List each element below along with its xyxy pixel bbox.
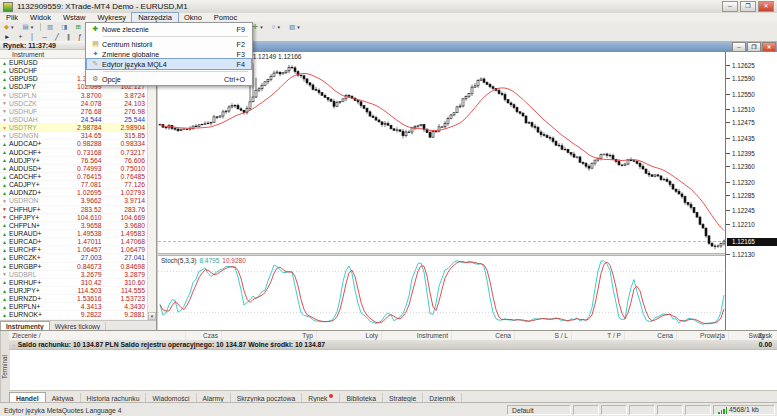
ask-value: 1.47068: [105, 238, 148, 245]
profile-selector[interactable]: Default: [507, 405, 571, 415]
bid-value: 314.65: [61, 132, 104, 139]
instrument-symbol: USDTRY: [9, 124, 61, 131]
periods-icon: ○: [272, 23, 276, 31]
instrument-row[interactable]: ▲EURHUF+310.42310.60: [0, 279, 148, 287]
trendline-icon[interactable]: ╱: [52, 32, 62, 42]
bid-value: 1.53616: [61, 295, 104, 302]
chart-restore-button[interactable]: ❐: [747, 42, 761, 52]
bid-value: 2.98784: [61, 124, 104, 131]
bid-value: 276.68: [61, 108, 104, 115]
instrument-row[interactable]: ▲AUDCAD+0.982880.98334: [0, 140, 148, 148]
instrument-row[interactable]: ▲EURGBP+0.846730.84698: [0, 263, 148, 271]
window-title: 1132909559: XTrade-MT4 Demo - EURUSD,M1: [17, 2, 188, 11]
instrument-row[interactable]: ▲EURNOK+9.28229.2881: [0, 311, 148, 319]
new-order-icon[interactable]: ◆▼: [1, 22, 17, 32]
menu-narzędzia[interactable]: Narzędzia: [132, 13, 178, 22]
templates-icon[interactable]: ▧▼: [286, 22, 304, 32]
price-tick: 1.12285: [732, 192, 755, 199]
trend-up-icon: ▲: [0, 164, 9, 172]
market-watch-scrollbar[interactable]: ▲ ▼: [147, 59, 156, 320]
fibonacci-icon[interactable]: ƒ: [75, 32, 85, 42]
instrument-row[interactable]: ▲EURAUD+1.495381.49583: [0, 230, 148, 238]
price-scale[interactable]: 1.126251.125901.125501.125101.124751.124…: [725, 52, 777, 330]
column-loty[interactable]: Loty: [326, 331, 382, 340]
menu-item-zmienne-globalne[interactable]: ✦Zmienne globalneF3: [87, 49, 251, 59]
column-zysk[interactable]: Zysk: [758, 331, 775, 340]
instrument-row[interactable]: ▲EURNZD+1.536161.53723: [0, 295, 148, 303]
chart-minimize-button[interactable]: ─: [732, 42, 746, 52]
vertical-line-icon: │: [30, 33, 34, 41]
menu-item-opcje[interactable]: ⚙OpcjeCtrl+O: [87, 74, 251, 84]
close-button[interactable]: ✕: [758, 1, 774, 12]
bid-value: 1.49538: [61, 230, 104, 237]
instrument-row[interactable]: ▲AUDUSD+0.749930.75010: [0, 165, 148, 173]
market-watch-icon[interactable]: ▥: [44, 22, 56, 32]
vertical-line-icon[interactable]: │: [27, 32, 37, 42]
menu-okno[interactable]: Okno: [178, 13, 208, 22]
market-watch-icon: ▥: [47, 23, 53, 31]
instrument-row[interactable]: ▲CADJPY+77.08177.126: [0, 181, 148, 189]
instrument-row[interactable]: ▲AUDNZD+1.026951.02793: [0, 189, 148, 197]
new-order-icon: ◆: [4, 23, 9, 31]
ask-value: 0.98334: [105, 140, 148, 147]
minimize-button[interactable]: ─: [722, 1, 738, 12]
cursor-icon[interactable]: ►: [1, 32, 13, 42]
instrument-row[interactable]: ▼USDTRY2.987842.98904: [0, 124, 148, 132]
app-icon: [3, 2, 13, 12]
instrument-row[interactable]: ▼USDRON3.96623.9714: [0, 197, 148, 205]
instrument-row[interactable]: ▲EURJPY+114.503114.555: [0, 287, 148, 295]
instrument-row[interactable]: ▼USDBRL3.26793.2879: [0, 271, 148, 279]
chart-close-button[interactable]: ✕: [762, 42, 776, 52]
navigator-icon[interactable]: ⊞: [72, 22, 83, 32]
instrument-row[interactable]: ▼USDPLN3.87003.8724: [0, 92, 148, 100]
menu-widok[interactable]: Widok: [24, 13, 57, 22]
column-cena[interactable]: Cena: [621, 331, 677, 340]
crosshair-icon[interactable]: +: [15, 32, 25, 42]
price-tick: 1.12625: [732, 62, 755, 69]
menu-pomoc[interactable]: Pomoc: [208, 13, 243, 22]
instrument-row[interactable]: ▲AUDCHF+0.731680.73217: [0, 149, 148, 157]
column-zlecenie-[interactable]: Zlecenie /: [12, 331, 186, 340]
instrument-row[interactable]: ▲AUDJPY+76.56476.606: [0, 157, 148, 165]
menu-plik[interactable]: Plik: [0, 13, 24, 22]
column-t-p[interactable]: T / P: [569, 331, 625, 340]
menu-item-edytor-języka-mql4[interactable]: ✎Edytor języka MQL4F4: [87, 59, 251, 69]
trend-down-icon: ▼: [0, 116, 9, 124]
channel-icon[interactable]: ∥: [64, 32, 73, 42]
menu-item-nowe-zlecenie[interactable]: ✚Nowe zlecenieF9: [87, 24, 251, 34]
open-chart-icon[interactable]: ▤▼: [19, 22, 37, 32]
menu-wykresy[interactable]: Wykresy: [91, 13, 132, 22]
price-tick: 1.12320: [732, 179, 755, 186]
periods-icon[interactable]: ○▼: [269, 22, 284, 32]
column-cena[interactable]: Cena: [459, 331, 515, 340]
instrument-row[interactable]: ▲EURCZK+27.00327.041: [0, 254, 148, 262]
ask-value: 2.98904: [105, 124, 148, 131]
balance-row[interactable]: ◦ Saldo rachunku: 10 134.87 PLN Saldo re…: [9, 340, 777, 350]
menu-item-centrum-historii[interactable]: ▤Centrum historiiF2: [87, 39, 251, 49]
current-price-tag: 1.12165: [727, 238, 777, 246]
instrument-row[interactable]: ▲CHFPLN+3.96583.9680: [0, 222, 148, 230]
instrument-row[interactable]: ▼USDUAH24.54425.544: [0, 116, 148, 124]
scroll-down-icon[interactable]: ▼: [148, 312, 156, 320]
column-instrument[interactable]: Instrument: [396, 331, 452, 340]
instrument-row[interactable]: ▼USDCZK24.07824.103: [0, 100, 148, 108]
column-czas[interactable]: Czas: [166, 331, 222, 340]
column-typ[interactable]: Typ: [261, 331, 317, 340]
data-window-icon[interactable]: ◨: [58, 22, 70, 32]
balance-row-icon: ◦: [13, 342, 15, 348]
instrument-symbol: GBPUSD: [9, 75, 61, 82]
stochastic-pane[interactable]: Stoch(5,3,3)8.479510.9280: [158, 256, 725, 330]
menu-wstaw[interactable]: Wstaw: [57, 13, 92, 22]
instrument-row[interactable]: ▼CHFJPY+104.610104.669: [0, 214, 148, 222]
instrument-symbol: USDCZK: [9, 100, 61, 107]
instrument-row[interactable]: ▲EURCAD+1.470111.47068: [0, 238, 148, 246]
instrument-row[interactable]: ▼CHFHUF+283.52283.76: [0, 206, 148, 214]
maximize-button[interactable]: ❐: [740, 1, 756, 12]
instrument-row[interactable]: ▲EURPLN+4.34134.3430: [0, 303, 148, 311]
column-s-l[interactable]: S / L: [516, 331, 572, 340]
horizontal-line-icon[interactable]: ─: [39, 32, 50, 42]
instrument-row[interactable]: ▼USDNGN314.65315.85: [0, 132, 148, 140]
instrument-row[interactable]: ▲CADCHF+0.764150.76485: [0, 173, 148, 181]
instrument-row[interactable]: ▼USDHUF276.68276.98: [0, 108, 148, 116]
instrument-row[interactable]: ▲EURCHF+1.064571.06479: [0, 246, 148, 254]
